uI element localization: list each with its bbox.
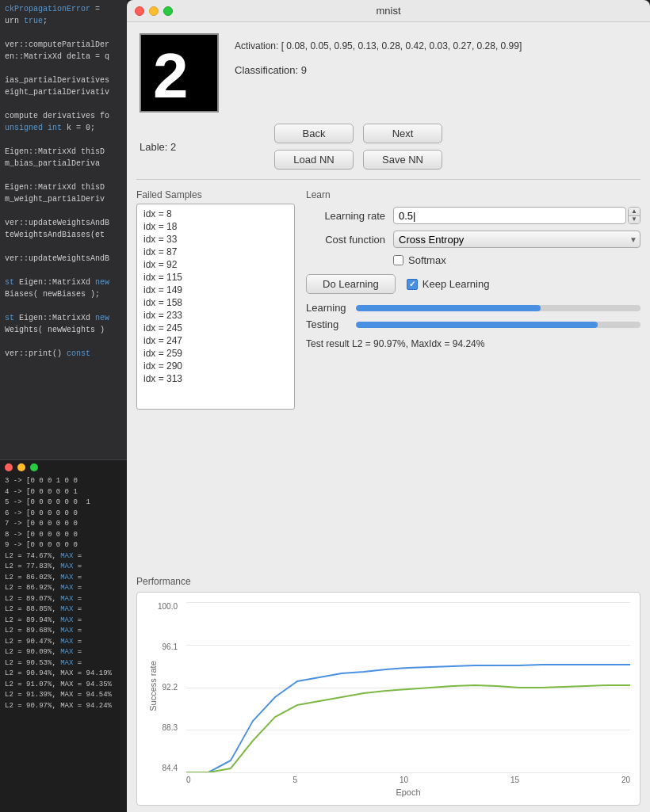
maximize-button[interactable] [163,6,173,16]
chart-main: 05101520 Epoch [186,602,630,799]
softmax-checkbox[interactable] [393,255,403,265]
learning-rate-spinner: ▲ ▼ [628,207,640,224]
terminal-close-btn[interactable] [5,463,13,471]
bottom-section: Failed Samples idx = 8idx = 18idx = 33id… [127,183,650,570]
svg-text:2: 2 [153,40,189,109]
chart-area: 100.096.192.288.384.4 Success rate [147,602,630,799]
softmax-checkbox-label[interactable]: Softmax [393,254,446,266]
list-item: idx = 290 [137,360,294,372]
learning-progress-bar [356,305,640,311]
progress-section: Learning Testing [306,302,640,330]
failed-samples-label: Failed Samples [136,189,295,200]
y-axis-tick: 96.1 [162,642,178,651]
top-section: 2 Activation: [ 0.08, 0.05, 0.95, 0.13, … [127,22,650,124]
x-axis-tick: 0 [186,776,191,784]
do-learning-button[interactable]: Do Learning [306,274,396,294]
terminal-maximize-btn[interactable] [30,463,38,471]
code-editor: ckPropagationError = urn true; ver::comp… [0,0,127,459]
activation-text: Activation: [ 0.08, 0.05, 0.95, 0.13, 0.… [235,40,637,53]
learning-rate-label: Learning rate [306,210,385,222]
window-titlebar: mnist [127,0,650,22]
list-item: idx = 233 [137,309,294,322]
list-item: idx = 259 [137,347,294,360]
grid-line-5 [186,772,630,773]
performance-chart-svg [186,602,630,772]
minimize-button[interactable] [149,6,159,16]
learn-panel: Learn Learning rate ▲ ▼ Cost function [306,189,640,563]
y-axis-tick: 88.3 [162,723,178,732]
x-axis-tick: 10 [400,776,408,784]
training-line [186,685,630,772]
terminal-minimize-btn[interactable] [17,463,25,471]
divider [136,179,640,180]
classification-value: 9 [301,64,307,76]
list-item: idx = 8 [137,208,294,220]
cost-function-row: Cost function Cross EntropyMean Squared … [306,231,640,248]
testing-progress-fill [356,322,598,328]
list-item: idx = 18 [137,220,294,233]
cost-function-select[interactable]: Cross EntropyMean Squared Error [393,231,640,248]
info-section: Activation: [ 0.08, 0.05, 0.95, 0.13, 0.… [235,33,637,76]
learning-rate-input-group: ▲ ▼ [393,207,640,224]
spinner-up-button[interactable]: ▲ [629,208,640,216]
y-axis-tick: 92.2 [162,683,178,692]
testing-progress-bar [356,322,640,328]
digit-2-svg: 2 [143,37,215,109]
main-window: mnist 2 Activation: [ 0.08, 0.05, 0.95, … [127,0,650,812]
performance-label: Performance [136,576,640,587]
activation-label: Activation: [235,40,278,51]
close-button[interactable] [135,6,144,16]
keep-learning-text: Keep Learning [422,278,490,290]
y-axis-tick: 100.0 [158,602,178,611]
terminal-panel: 3 -> [0 0 0 1 0 0 4 -> [0 0 0 0 0 1 5 ->… [0,459,127,812]
list-item: idx = 158 [137,296,294,309]
next-button[interactable]: Next [363,124,442,143]
activation-values: [ 0.08, 0.05, 0.95, 0.13, 0.28, 0.42, 0.… [281,40,522,51]
x-axis-tick: 15 [510,776,519,784]
x-axis-tick: 20 [621,776,630,784]
x-axis-tick: 5 [292,776,297,784]
digit-image: 2 [140,33,219,112]
learning-progress-row: Learning [306,302,640,314]
x-axis-label: Epoch [186,787,630,797]
load-nn-button[interactable]: Load NN [274,150,354,170]
classification-label: Classification: [235,64,298,76]
softmax-row: Softmax [306,254,640,266]
list-item: idx = 92 [137,258,294,271]
list-item: idx = 87 [137,246,294,258]
code-panel: ckPropagationError = urn true; ver::comp… [0,0,127,812]
titlebar-buttons [135,6,173,16]
learning-rate-row: Learning rate ▲ ▼ [306,207,640,224]
list-item: idx = 149 [137,284,294,296]
failed-samples-list[interactable]: idx = 8idx = 18idx = 33idx = 87idx = 92i… [136,204,295,410]
list-item: idx = 245 [137,322,294,334]
y-axis-label: Success rate [148,661,158,711]
action-row: Do Learning Keep Learning [306,274,640,294]
terminal-header [5,463,122,471]
spinner-down-button[interactable]: ▼ [629,216,640,224]
classification-text: Classification: 9 [235,64,637,76]
learning-progress-label: Learning [306,302,350,314]
learn-label: Learn [306,189,640,200]
keep-learning-label[interactable]: Keep Learning [407,278,490,290]
learning-progress-fill [356,305,541,311]
digit-label: Lable: 2 [140,141,187,153]
testing-line [186,665,630,772]
cost-function-select-wrapper: Cross EntropyMean Squared Error ▼ [393,231,640,248]
list-item: idx = 313 [137,372,294,385]
softmax-label: Softmax [408,254,446,266]
window-title: mnist [376,5,400,17]
back-button[interactable]: Back [274,124,354,143]
y-axis-tick: 84.4 [162,764,178,772]
list-item: idx = 247 [137,334,294,347]
chart-container: 100.096.192.288.384.4 Success rate [136,592,640,806]
list-item: idx = 33 [137,233,294,246]
save-nn-button[interactable]: Save NN [363,150,442,170]
performance-section: Performance 100.096.192.288.384.4 Succes… [127,570,650,812]
failed-panel: Failed Samples idx = 8idx = 18idx = 33id… [136,189,295,563]
list-item: idx = 115 [137,271,294,284]
keep-learning-checkbox[interactable] [407,279,418,290]
learning-rate-input[interactable] [393,207,626,224]
testing-progress-row: Testing [306,318,640,330]
cost-function-label: Cost function [306,234,385,246]
